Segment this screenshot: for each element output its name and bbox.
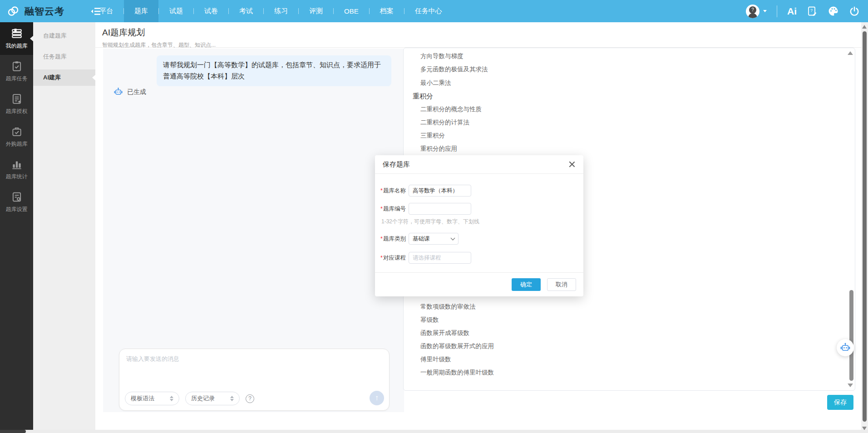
- modal-title: 保存题库: [383, 160, 410, 169]
- subsidebar-item-ai-builder[interactable]: AI建库: [33, 69, 95, 86]
- sidebar-item-label: 题库任务: [6, 75, 28, 83]
- sidebar-item-my-banks[interactable]: 我的题库: [0, 22, 33, 55]
- outline-item[interactable]: 重积分的应用: [404, 142, 794, 155]
- robot-icon: [113, 87, 123, 97]
- course-label: *对应课程: [380, 254, 409, 262]
- history-select[interactable]: 历史记录: [185, 392, 240, 405]
- clipboard-check-icon: [11, 60, 23, 72]
- outline-item[interactable]: 傅里叶级数: [404, 353, 794, 366]
- palette-icon[interactable]: [828, 5, 839, 17]
- secondary-sidebar: 自建题库 任务题库 AI建库: [33, 22, 95, 430]
- chevron-down-icon: [763, 10, 767, 12]
- template-syntax-select[interactable]: 模板语法: [125, 392, 179, 405]
- message-input[interactable]: [119, 349, 389, 381]
- bank-category-label: *题库类别: [380, 235, 409, 243]
- sidebar-item-bank-statistics[interactable]: 题库统计: [0, 153, 33, 186]
- page-title: AI题库规划: [102, 27, 861, 39]
- chevron-down-icon: [451, 236, 455, 240]
- save-outline-button[interactable]: 保存: [827, 395, 853, 410]
- sidebar-item-label: 我的题库: [6, 42, 28, 50]
- vertical-scrollbar-thumb[interactable]: [863, 31, 867, 422]
- sidebar-item-label: 题库统计: [6, 173, 28, 181]
- bank-name-input[interactable]: [409, 185, 471, 197]
- outline-item[interactable]: 常数项级数的审敛法: [404, 300, 794, 313]
- subsidebar-item-task-banks[interactable]: 任务题库: [33, 49, 95, 65]
- outline-item[interactable]: 三重积分: [404, 129, 794, 142]
- avatar[interactable]: ?: [746, 5, 760, 18]
- bank-category-value: 基础课: [413, 235, 430, 243]
- bank-category-select[interactable]: 基础课: [409, 233, 459, 245]
- ai-robot-fab[interactable]: [837, 339, 854, 356]
- save-bank-modal: 保存题库 *题库名称 *题库编号 1-32个字符，可使用字母、数字、下划线 *题…: [375, 155, 583, 296]
- nav-item-obe[interactable]: OBE: [334, 0, 369, 22]
- window-horizontal-scrollbar[interactable]: [0, 430, 868, 433]
- outline-item[interactable]: 二重积分的概念与性质: [404, 103, 794, 116]
- power-icon[interactable]: [849, 6, 860, 17]
- panel-scroll-down-icon[interactable]: [848, 384, 853, 387]
- nav-item-platform[interactable]: 平台: [89, 0, 123, 22]
- nav-item-archives[interactable]: 档案: [370, 0, 404, 22]
- outline-item[interactable]: 函数的幂级数展开式的应用: [404, 340, 794, 353]
- outline-item[interactable]: 函数展开成幂级数: [404, 326, 794, 340]
- message-input-box: 模板语法 历史记录 ? ↑: [119, 349, 390, 411]
- ai-assistant-icon[interactable]: Ai: [787, 6, 797, 17]
- robot-icon: [840, 342, 851, 353]
- nav-item-practice[interactable]: 练习: [264, 0, 298, 22]
- course-input[interactable]: [409, 252, 471, 264]
- nav-menu: 平台 题库 试题 试卷 考试 练习 评测 OBE 档案 任务中心: [89, 0, 453, 22]
- sidebar-item-label: 外购题库: [6, 140, 28, 148]
- brand: 融智云考: [0, 5, 64, 18]
- outline-item[interactable]: 一般周期函数的傅里叶级数: [404, 366, 794, 379]
- settings-doc-icon: [11, 191, 23, 203]
- sidebar-item-purchased-banks[interactable]: 外购题库: [0, 120, 33, 153]
- help-icon[interactable]: ?: [246, 394, 254, 403]
- svg-text:?: ?: [810, 8, 813, 13]
- nav-item-task-center[interactable]: 任务中心: [404, 0, 453, 22]
- sidebar-item-bank-authorization[interactable]: 题库授权: [0, 88, 33, 120]
- books-icon: [11, 28, 23, 39]
- outline-item[interactable]: 最小二乘法: [404, 76, 794, 89]
- nav-item-assessment[interactable]: 评测: [299, 0, 333, 22]
- sidebar-item-bank-tasks[interactable]: 题库任务: [0, 55, 33, 88]
- outline-chapter[interactable]: 重积分: [404, 89, 794, 103]
- input-toolbar: 模板语法 历史记录 ?: [125, 392, 254, 405]
- bank-code-row: *题库编号: [380, 203, 576, 215]
- question-note-icon[interactable]: ?: [807, 6, 818, 17]
- outline-item[interactable]: 幂级数: [404, 313, 794, 326]
- cancel-button[interactable]: 取消: [547, 278, 576, 291]
- required-mark: *: [380, 187, 383, 194]
- required-mark: *: [380, 206, 383, 212]
- sidebar-item-bank-settings[interactable]: 题库设置: [0, 186, 33, 218]
- outline-item[interactable]: 二重积分的计算法: [404, 116, 794, 129]
- horizontal-scrollbar-thumb[interactable]: [0, 430, 26, 433]
- sidebar-item-label: 题库设置: [6, 206, 28, 213]
- bank-code-hint: 1-32个字符，可使用字母、数字、下划线: [381, 218, 576, 226]
- avatar-body: [748, 13, 757, 18]
- document-lines-icon: [11, 93, 23, 105]
- user-message-bubble: 请帮我规划一门【高等数学】的试题库，包括章节、知识点，要求适用于普通高等院校【本…: [157, 55, 391, 86]
- scroll-up-icon[interactable]: [862, 25, 867, 29]
- primary-sidebar: 我的题库 题库任务 题库授权 外购题库: [0, 22, 33, 430]
- generation-status: 已生成: [113, 87, 146, 97]
- confirm-button[interactable]: 确定: [512, 278, 541, 291]
- nav-item-questions[interactable]: 试题: [159, 0, 193, 22]
- nav-item-exams[interactable]: 考试: [229, 0, 263, 22]
- chat-panel: 请帮我规划一门【高等数学】的试题库，包括章节、知识点，要求适用于普通高等院校【本…: [103, 49, 404, 412]
- outline-item[interactable]: 方向导数与梯度: [404, 49, 794, 63]
- panel-scrollbar-thumb[interactable]: [849, 290, 853, 381]
- briefcase-check-icon: [11, 126, 23, 138]
- user-menu[interactable]: ?: [746, 5, 767, 18]
- window-vertical-scrollbar[interactable]: [861, 22, 868, 433]
- nav-item-question-bank[interactable]: 题库: [124, 0, 158, 22]
- subsidebar-item-self-built[interactable]: 自建题库: [33, 28, 95, 44]
- bank-name-row: *题库名称: [380, 185, 576, 197]
- outline-item[interactable]: 多元函数的极值及其求法: [404, 63, 794, 76]
- page-header: AI题库规划 智能规划生成题库，包含章节、题型、知识点...: [95, 22, 861, 48]
- avatar-head: ?: [749, 6, 756, 14]
- send-button[interactable]: ↑: [370, 391, 384, 405]
- panel-scroll-up-icon[interactable]: [848, 51, 853, 55]
- close-icon[interactable]: [568, 161, 576, 168]
- nav-item-papers[interactable]: 试卷: [194, 0, 228, 22]
- bank-code-label: *题库编号: [380, 205, 409, 213]
- bank-code-input[interactable]: [409, 203, 471, 215]
